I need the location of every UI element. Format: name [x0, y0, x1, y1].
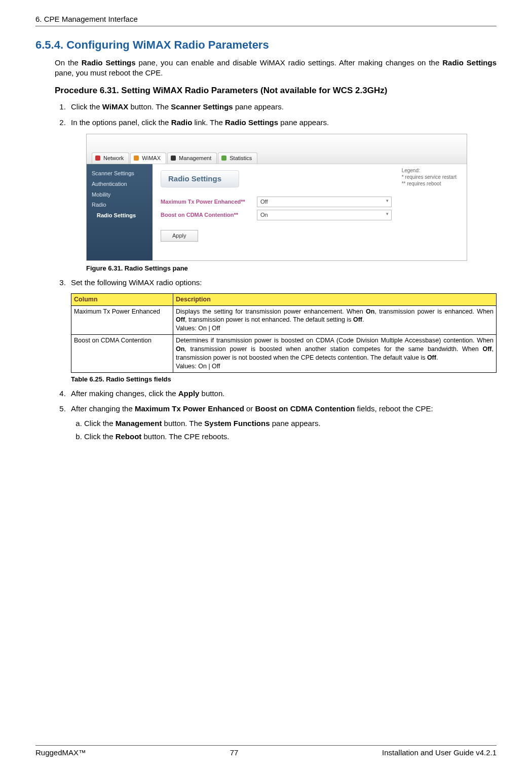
field-label-max-tx-power: Maximum Tx Power Enhanced**: [161, 198, 257, 206]
figure-caption: Figure 6.31. Radio Settings pane: [86, 264, 497, 273]
header-left: 6. CPE Management Interface: [35, 14, 138, 24]
table-row: Boost on CDMA Contention Determines if t…: [71, 335, 497, 373]
sidebar-item-authentication[interactable]: Authentication: [87, 179, 153, 189]
intro-paragraph: On the Radio Settings pane, you can enab…: [55, 58, 497, 79]
col-header-description: Description: [173, 293, 497, 305]
sidebar-item-radio-settings[interactable]: Radio Settings: [87, 210, 153, 221]
settings-table: Column Description Maximum Tx Power Enha…: [71, 293, 497, 373]
sidebar-item-radio[interactable]: Radio: [87, 200, 153, 210]
legend: Legend: * requires service restart ** re…: [402, 167, 457, 187]
apply-button[interactable]: Apply: [161, 230, 198, 242]
field-select-boost-cdma[interactable]: On: [257, 210, 392, 220]
footer-left: RuggedMAX™: [35, 748, 86, 758]
step-5: After changing the Maximum Tx Power Enha…: [68, 404, 497, 442]
table-row: Maximum Tx Power Enhanced Displays the s…: [71, 305, 497, 335]
table-caption: Table 6.25. Radio Settings fields: [71, 375, 497, 384]
tab-wimax[interactable]: WiMAX: [130, 152, 166, 164]
step-5b: Click the Reboot button. The CPE reboots…: [84, 432, 497, 442]
tab-network[interactable]: Network: [92, 152, 129, 164]
field-label-boost-cdma: Boost on CDMA Contention**: [161, 211, 257, 219]
section-heading: 6.5.4. Configuring WiMAX Radio Parameter…: [35, 37, 497, 53]
step-2: In the options panel, click the Radio li…: [68, 118, 497, 273]
step-1: Click the WiMAX button. The Scanner Sett…: [68, 102, 497, 112]
pane-title: Radio Settings: [161, 170, 239, 187]
col-header-column: Column: [71, 293, 173, 305]
page-header: 6. CPE Management Interface: [35, 14, 497, 26]
step-4: After making changes, click the Apply bu…: [68, 389, 497, 399]
radio-settings-screenshot: Network WiMAX Management Statistics Scan…: [86, 134, 467, 261]
field-select-max-tx-power[interactable]: Off: [257, 197, 392, 207]
step-3: Set the following WiMAX radio options: C…: [68, 278, 497, 383]
page-footer: RuggedMAX™ 77 Installation and User Guid…: [35, 745, 497, 758]
tab-management[interactable]: Management: [167, 152, 217, 164]
step-5a: Click the Management button. The System …: [84, 418, 497, 429]
procedure-title: Procedure 6.31. Setting WiMAX Radio Para…: [55, 85, 497, 97]
procedure-steps: Click the WiMAX button. The Scanner Sett…: [55, 102, 497, 442]
footer-right: Installation and User Guide v4.2.1: [382, 748, 497, 758]
tab-statistics[interactable]: Statistics: [218, 152, 257, 164]
sidebar-item-mobility[interactable]: Mobility: [87, 189, 153, 200]
sidebar-item-scanner-settings[interactable]: Scanner Settings: [87, 168, 153, 179]
sidebar: Scanner Settings Authentication Mobility…: [87, 164, 153, 260]
footer-page-number: 77: [230, 748, 239, 758]
